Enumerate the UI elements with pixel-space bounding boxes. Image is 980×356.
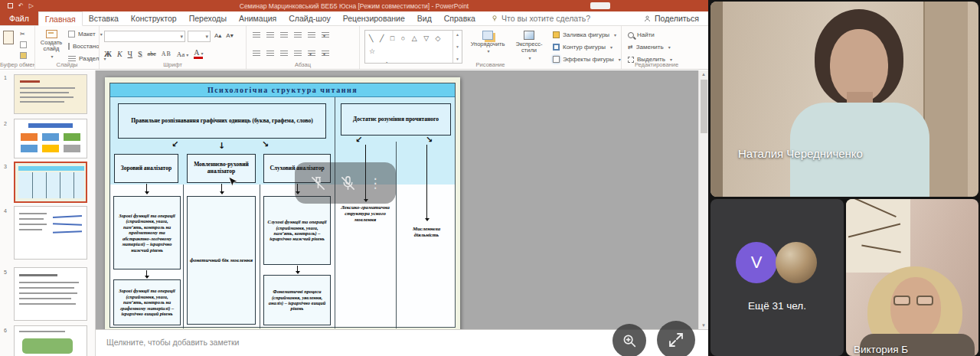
new-slide-button[interactable]: Создать слайд: [38, 30, 65, 59]
reset-button[interactable]: Восстановить: [68, 43, 99, 50]
meeting-overlay-controls: ⋮: [295, 162, 396, 204]
format-painter-button[interactable]: [20, 52, 27, 59]
text-direction-icon[interactable]: [322, 32, 329, 38]
person-icon: [643, 15, 652, 23]
header-comprehension: Достатнє розуміння прочитаного: [341, 103, 451, 136]
slide-thumbnail-4[interactable]: [14, 206, 87, 260]
slide-canvas[interactable]: Психологічна структура читання Правильне…: [105, 77, 460, 329]
table-title: Психологічна структура читання: [110, 83, 455, 97]
shapes-gallery-scrollbar[interactable]: ▲ ▼ ▼: [452, 31, 462, 63]
layout-button[interactable]: Макет: [68, 31, 103, 38]
paste-button[interactable]: [3, 31, 14, 44]
slide-thumbnail-6[interactable]: [14, 325, 87, 356]
line-spacing-icon[interactable]: [308, 32, 315, 38]
fullscreen-button[interactable]: [657, 321, 695, 356]
flow-arrow: [146, 184, 147, 194]
tab-slideshow[interactable]: Слайд-шоу: [283, 11, 336, 25]
arrow-sw-icon: ↙: [355, 136, 362, 144]
format-painter-icon: [20, 52, 27, 59]
arrow-se-icon: ↘: [262, 140, 269, 149]
align-right-icon[interactable]: [280, 51, 288, 57]
slide-thumbnail-2[interactable]: [14, 119, 87, 158]
tab-file[interactable]: Файл: [0, 11, 38, 25]
columns-icon[interactable]: [308, 51, 315, 57]
shape-outline-button[interactable]: Контур фигуры: [553, 44, 612, 51]
bold-button[interactable]: Ж: [104, 50, 112, 58]
shapes-gallery[interactable]: ╲ ╱ □ ○ △ ▽ ◇ ☆ ↔ ⇄ ◦ ▸ ◂ ≡ • ▲ ▼ ▼: [364, 30, 462, 64]
slide-thumbnail-3-selected[interactable]: [14, 162, 87, 203]
underline-button[interactable]: Ч: [128, 50, 133, 58]
text-shadow-button[interactable]: S: [138, 50, 142, 58]
numbering-icon[interactable]: [266, 32, 274, 38]
share-button[interactable]: Поделиться: [643, 11, 708, 25]
quick-styles-button[interactable]: Экспресс-стили: [510, 31, 548, 60]
arrow-sw-icon: ↙: [172, 140, 178, 149]
change-case-button[interactable]: Аа: [177, 51, 188, 58]
character-spacing-button[interactable]: АВ: [162, 51, 172, 57]
copy-icon: [20, 41, 27, 48]
tab-insert[interactable]: Вставка: [83, 11, 125, 25]
find-label: Найти: [637, 31, 655, 38]
italic-button[interactable]: К: [117, 50, 122, 58]
convert-smartart-icon[interactable]: [322, 51, 329, 57]
font-name-select[interactable]: ▾: [104, 31, 185, 42]
workspace: 1 2 3: [0, 70, 708, 356]
font-size-select[interactable]: ▾: [188, 31, 211, 42]
zoom-button[interactable]: [612, 324, 646, 356]
flow-arrow: [221, 184, 222, 194]
new-slide-icon: [46, 30, 57, 38]
participant-video-main[interactable]: Наталия Чередниченко: [710, 2, 978, 197]
find-button[interactable]: Найти: [628, 31, 655, 38]
group-label-clipboard: Буфер обмена: [0, 61, 34, 68]
tab-transitions[interactable]: Переходы: [183, 11, 233, 25]
cut-button[interactable]: ✂: [20, 31, 25, 38]
editor-scrollbar[interactable]: ▲ ▼: [698, 70, 708, 329]
slide-editor-area[interactable]: Психологічна структура читання Правильне…: [96, 70, 708, 329]
analyzer-speech-motor: Мовленнєво-руховий аналізатор: [187, 154, 256, 183]
grow-font-button[interactable]: А▴: [214, 32, 221, 39]
tab-review[interactable]: Рецензирование: [337, 11, 411, 25]
tell-me-search[interactable]: Что вы хотите сделать?: [482, 11, 590, 25]
justify-icon[interactable]: [294, 51, 302, 57]
scroll-down-icon[interactable]: ▼: [701, 323, 706, 328]
titlebar-account-button[interactable]: [590, 2, 610, 9]
scroll-up-icon[interactable]: ▲: [701, 72, 706, 77]
scroll-down-icon[interactable]: ▼: [456, 44, 459, 49]
cell-lexical: Лексико-граматична структура усного мовл…: [338, 204, 392, 223]
pin-off-icon[interactable]: [309, 175, 327, 192]
align-center-icon[interactable]: [266, 51, 274, 57]
slide-thumbnail-1[interactable]: [14, 74, 87, 114]
mic-off-icon[interactable]: [339, 175, 357, 192]
more-participants-tile[interactable]: V Ещё 31 чел.: [710, 199, 844, 356]
shrink-font-button[interactable]: А▾: [226, 32, 233, 39]
tab-view[interactable]: Вид: [411, 11, 438, 25]
align-left-icon[interactable]: [253, 51, 260, 57]
replace-button[interactable]: ⇄Заменить: [628, 44, 671, 51]
slide-thumbnail-5[interactable]: [14, 267, 87, 321]
ribbon: ✂ Буфер обмена Создать слайд Макет Восст…: [0, 26, 708, 70]
group-slides: Создать слайд Макет Восстановить Раздел …: [35, 26, 100, 69]
bullets-icon[interactable]: [253, 32, 260, 38]
participant-video-secondary[interactable]: Виктория Б: [846, 199, 978, 356]
tell-me-label: Что вы хотите сделать?: [501, 14, 590, 23]
scroll-up-icon[interactable]: ▲: [456, 32, 459, 37]
tab-home[interactable]: Главная: [38, 11, 83, 26]
tab-help[interactable]: Справка: [438, 11, 482, 25]
increase-indent-icon[interactable]: [294, 32, 302, 38]
tab-design[interactable]: Конструктор: [125, 11, 183, 25]
more-options-icon[interactable]: ⋮: [369, 175, 382, 191]
participant-avatar-letter: V: [736, 242, 777, 283]
arrange-button[interactable]: Упорядочить: [467, 31, 508, 54]
copy-button[interactable]: [20, 41, 27, 48]
decrease-indent-icon[interactable]: [280, 32, 288, 38]
shape-outline-icon: [553, 44, 560, 51]
cell-thinking: Мисленнєва діяльність: [400, 226, 453, 238]
tab-animations[interactable]: Анимация: [233, 11, 283, 25]
chevron-down-icon: ▾: [205, 34, 208, 40]
group-label-editing: Редактирование: [622, 61, 691, 68]
font-color-button[interactable]: А: [194, 49, 203, 59]
shape-fill-button[interactable]: Заливка фигуры: [553, 31, 616, 38]
editor-column: Психологічна структура читання Правильне…: [96, 70, 708, 356]
scrollbar-thumb[interactable]: [701, 80, 707, 133]
strikethrough-button[interactable]: abc: [148, 51, 156, 57]
